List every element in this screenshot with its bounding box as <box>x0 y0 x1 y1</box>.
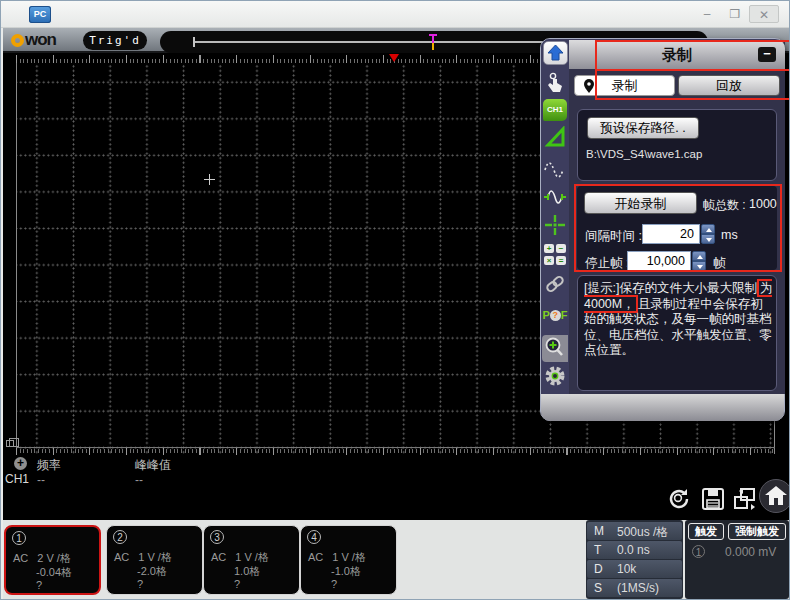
channel-4-number: 4 <box>307 530 321 544</box>
tap-hand-icon[interactable] <box>544 72 566 94</box>
force-trigger-button[interactable]: 强制触发 <box>728 523 786 540</box>
trigger-source-badge: 1 <box>692 545 705 558</box>
trigger-button[interactable]: 触发 <box>688 523 724 540</box>
record-panel: CH1 +− ×= P?F <box>540 38 785 421</box>
stop-frame-unit: 帧 <box>713 255 726 272</box>
location-pin-icon <box>583 79 595 93</box>
channel-3-offset: 1.0格 <box>234 564 260 579</box>
record-panel-body: 录制 − 录制 回放 预设保存路径. . B:\VDS_S4\wave1.cap… <box>569 40 785 394</box>
channel-1-offset: -0.04格 <box>36 565 72 580</box>
minimize-button[interactable]: – <box>695 5 719 23</box>
measure-channel-label: CH1 <box>5 472 29 486</box>
app-icon: PC <box>29 6 51 23</box>
side-icon-strip: CH1 +− ×= P?F <box>541 39 569 394</box>
frequency-label: 频率 <box>37 457 61 474</box>
panel-bottom-bar <box>541 394 784 421</box>
trigger-level-value: 0.000 mV <box>725 545 776 559</box>
timebase-panel: M500us /格 T0.0 ns D10k S(1MS/s) <box>586 520 683 599</box>
owon-logo: won <box>11 30 56 50</box>
channel-4-probe: ? <box>331 578 337 590</box>
interval-spinner[interactable] <box>701 224 715 244</box>
math-functions-icon[interactable]: +− ×= <box>544 244 566 266</box>
channel-2-probe: ? <box>137 578 143 590</box>
pass-fail-icon[interactable]: P?F <box>542 304 568 326</box>
collapse-arrow-button[interactable] <box>543 41 568 65</box>
channel-2-box[interactable]: 2 AC1 V /格 -2.0格 ? <box>106 525 203 595</box>
record-controls-section: 开始录制 帧总数 : 1000 间隔时间 : ms 停止帧 : 帧 <box>577 186 777 270</box>
start-record-button[interactable]: 开始录制 <box>584 192 697 214</box>
preset-save-path-button[interactable]: 预设保存路径. . <box>587 117 699 139</box>
ruler-triangle-icon[interactable] <box>544 126 566 148</box>
sample-rate-row[interactable]: S(1MS/s) <box>587 579 682 597</box>
crosshair-cursor-v <box>209 174 210 185</box>
tab-record[interactable]: 录制 <box>574 75 675 96</box>
channel-2-offset: -2.0格 <box>137 564 167 579</box>
app-window: PC – ❒ ✕ won Trig'd + 频率 峰峰值 <box>0 0 790 600</box>
bottom-ruler <box>16 447 775 455</box>
trigger-time-marker-bottom <box>432 43 434 50</box>
trigger-status-badge: Trig'd <box>83 31 147 50</box>
tab-playback[interactable]: 回放 <box>678 75 780 96</box>
cursor-crosshair-icon[interactable] <box>544 214 566 236</box>
zoom-magnifier-icon[interactable] <box>542 335 568 362</box>
stop-frame-label: 停止帧 : <box>585 255 629 272</box>
total-frames-value: 1000 <box>749 197 777 211</box>
channel-4-box[interactable]: 4 AC1 V /格 -1.0格 ? <box>300 525 397 595</box>
trigger-time-marker-top <box>432 34 434 43</box>
timebase-scale-row[interactable]: M500us /格 <box>587 522 682 540</box>
stop-frame-spinner[interactable] <box>692 251 706 271</box>
save-path-value: B:\VDS_S4\wave1.cap <box>586 148 702 160</box>
home-icon[interactable] <box>759 479 790 513</box>
peak-peak-label: 峰峰值 <box>135 457 171 474</box>
channel-3-probe: ? <box>234 578 240 590</box>
settings-gear-icon[interactable] <box>544 365 566 387</box>
channel-1-number: 1 <box>12 531 26 545</box>
total-frames-label: 帧总数 : <box>703 197 746 214</box>
owon-logo-ring <box>11 34 24 47</box>
interval-label: 间隔时间 : <box>585 228 642 245</box>
trigger-position-marker[interactable] <box>389 54 399 62</box>
slider-start-tick <box>193 37 195 47</box>
export-image-icon[interactable] <box>731 485 759 513</box>
panel-minimize-button[interactable]: − <box>758 47 776 62</box>
bottom-status-strip: 1 AC2 V /格 -0.04格 ? 2 AC1 V /格 -2.0格 ? 3… <box>3 520 789 599</box>
record-depth-row[interactable]: D10k <box>587 560 682 578</box>
restore-window-icon[interactable] <box>6 440 14 447</box>
dashed-sine-icon[interactable] <box>544 156 566 178</box>
save-path-section: 预设保存路径. . B:\VDS_S4\wave1.cap <box>577 109 777 181</box>
trigger-panel: 触发 强制触发 1 0.000 mV <box>685 520 789 599</box>
title-bar: PC – ❒ ✕ <box>1 1 790 28</box>
channel-1-probe: ? <box>36 579 42 591</box>
stop-frame-input[interactable] <box>627 251 691 271</box>
link-icon[interactable] <box>544 273 566 295</box>
frequency-value: -- <box>37 473 45 487</box>
channel-ch1-icon[interactable]: CH1 <box>543 99 567 121</box>
maximize-button[interactable]: ❒ <box>723 5 747 23</box>
peak-peak-value: -- <box>135 473 143 487</box>
hint-section: [提示:]保存的文件大小最大限制为4000M，且录制过程中会保存初始的触发状态，… <box>577 275 777 391</box>
record-panel-title: 录制 <box>569 40 785 69</box>
channel-1-box[interactable]: 1 AC2 V /格 -0.04格 ? <box>4 525 101 595</box>
channel-3-number: 3 <box>210 530 224 544</box>
close-button[interactable]: ✕ <box>749 5 779 23</box>
add-measure-icon[interactable]: + <box>14 457 27 470</box>
channel-4-offset: -1.0格 <box>331 564 361 579</box>
interval-unit: ms <box>721 228 738 242</box>
interval-input[interactable] <box>642 224 700 244</box>
channel-3-box[interactable]: 3 AC1 V /格 1.0格 ? <box>203 525 300 595</box>
owon-logo-text: won <box>25 30 56 50</box>
channel-2-number: 2 <box>113 530 127 544</box>
autoset-icon[interactable] <box>665 485 693 513</box>
measure-sine-icon[interactable] <box>544 184 566 206</box>
save-icon[interactable] <box>699 485 727 513</box>
hint-text: [提示:]保存的文件大小最大限制为4000M，且录制过程中会保存初始的触发状态，… <box>584 281 774 359</box>
trigger-delay-row[interactable]: T0.0 ns <box>587 541 682 559</box>
